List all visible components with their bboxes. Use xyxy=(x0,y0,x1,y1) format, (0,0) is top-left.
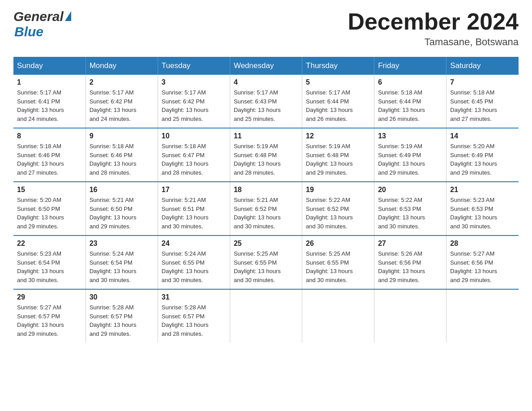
calendar-week-row: 8 Sunrise: 5:18 AM Sunset: 6:46 PM Dayli… xyxy=(13,128,519,182)
day-info: Sunrise: 5:18 AM Sunset: 6:45 PM Dayligh… xyxy=(450,88,515,123)
calendar-day-cell: 8 Sunrise: 5:18 AM Sunset: 6:46 PM Dayli… xyxy=(13,128,86,182)
page-header: General Blue December 2024 Tamasane, Bot… xyxy=(13,9,519,48)
day-info: Sunrise: 5:18 AM Sunset: 6:46 PM Dayligh… xyxy=(17,142,82,177)
calendar-day-cell: 21 Sunrise: 5:23 AM Sunset: 6:53 PM Dayl… xyxy=(446,182,519,235)
day-info: Sunrise: 5:27 AM Sunset: 6:56 PM Dayligh… xyxy=(450,249,515,284)
calendar-header-friday: Friday xyxy=(374,57,446,75)
day-number: 19 xyxy=(306,186,370,194)
calendar-day-cell xyxy=(230,289,302,342)
calendar-header-tuesday: Tuesday xyxy=(158,57,230,75)
day-info: Sunrise: 5:23 AM Sunset: 6:54 PM Dayligh… xyxy=(17,249,82,284)
day-info: Sunrise: 5:17 AM Sunset: 6:41 PM Dayligh… xyxy=(17,88,82,123)
day-number: 28 xyxy=(450,240,515,248)
day-info: Sunrise: 5:17 AM Sunset: 6:43 PM Dayligh… xyxy=(234,88,298,123)
day-number: 11 xyxy=(234,132,298,140)
day-number: 18 xyxy=(234,186,298,194)
day-info: Sunrise: 5:19 AM Sunset: 6:49 PM Dayligh… xyxy=(378,142,442,177)
day-number: 16 xyxy=(90,186,154,194)
logo-general-text: General xyxy=(13,9,64,24)
day-number: 24 xyxy=(162,240,226,248)
day-info: Sunrise: 5:24 AM Sunset: 6:54 PM Dayligh… xyxy=(90,249,154,284)
day-info: Sunrise: 5:22 AM Sunset: 6:52 PM Dayligh… xyxy=(306,196,370,231)
calendar-day-cell: 27 Sunrise: 5:26 AM Sunset: 6:56 PM Dayl… xyxy=(374,235,446,289)
day-number: 6 xyxy=(378,78,442,86)
calendar-day-cell: 10 Sunrise: 5:18 AM Sunset: 6:47 PM Dayl… xyxy=(158,128,230,182)
calendar-day-cell xyxy=(446,289,519,342)
calendar-day-cell: 6 Sunrise: 5:18 AM Sunset: 6:44 PM Dayli… xyxy=(374,75,446,128)
calendar-week-row: 29 Sunrise: 5:27 AM Sunset: 6:57 PM Dayl… xyxy=(13,289,519,342)
calendar-day-cell: 2 Sunrise: 5:17 AM Sunset: 6:42 PM Dayli… xyxy=(86,75,158,128)
calendar-day-cell: 31 Sunrise: 5:28 AM Sunset: 6:57 PM Dayl… xyxy=(158,289,230,342)
calendar-day-cell: 11 Sunrise: 5:19 AM Sunset: 6:48 PM Dayl… xyxy=(230,128,302,182)
day-number: 31 xyxy=(162,293,226,301)
day-info: Sunrise: 5:21 AM Sunset: 6:50 PM Dayligh… xyxy=(90,196,154,231)
day-info: Sunrise: 5:20 AM Sunset: 6:49 PM Dayligh… xyxy=(450,142,515,177)
day-info: Sunrise: 5:22 AM Sunset: 6:53 PM Dayligh… xyxy=(378,196,442,231)
calendar-day-cell: 7 Sunrise: 5:18 AM Sunset: 6:45 PM Dayli… xyxy=(446,75,519,128)
calendar-day-cell: 5 Sunrise: 5:17 AM Sunset: 6:44 PM Dayli… xyxy=(302,75,374,128)
calendar-day-cell: 22 Sunrise: 5:23 AM Sunset: 6:54 PM Dayl… xyxy=(13,235,86,289)
day-info: Sunrise: 5:18 AM Sunset: 6:47 PM Dayligh… xyxy=(162,142,226,177)
calendar-header-thursday: Thursday xyxy=(302,57,374,75)
day-info: Sunrise: 5:25 AM Sunset: 6:55 PM Dayligh… xyxy=(306,249,370,284)
calendar-day-cell: 25 Sunrise: 5:25 AM Sunset: 6:55 PM Dayl… xyxy=(230,235,302,289)
calendar-day-cell: 15 Sunrise: 5:20 AM Sunset: 6:50 PM Dayl… xyxy=(13,182,86,235)
day-number: 14 xyxy=(450,132,515,140)
day-number: 25 xyxy=(234,240,298,248)
day-number: 10 xyxy=(162,132,226,140)
calendar-day-cell: 30 Sunrise: 5:28 AM Sunset: 6:57 PM Dayl… xyxy=(86,289,158,342)
day-number: 20 xyxy=(378,186,442,194)
calendar-day-cell: 17 Sunrise: 5:21 AM Sunset: 6:51 PM Dayl… xyxy=(158,182,230,235)
calendar-day-cell xyxy=(374,289,446,342)
calendar-day-cell: 28 Sunrise: 5:27 AM Sunset: 6:56 PM Dayl… xyxy=(446,235,519,289)
location-subtitle: Tamasane, Botswana xyxy=(348,36,519,48)
day-number: 29 xyxy=(17,293,82,301)
month-title: December 2024 xyxy=(348,9,519,34)
title-section: December 2024 Tamasane, Botswana xyxy=(348,9,519,48)
calendar-day-cell: 4 Sunrise: 5:17 AM Sunset: 6:43 PM Dayli… xyxy=(230,75,302,128)
calendar-day-cell: 18 Sunrise: 5:21 AM Sunset: 6:52 PM Dayl… xyxy=(230,182,302,235)
calendar-day-cell: 19 Sunrise: 5:22 AM Sunset: 6:52 PM Dayl… xyxy=(302,182,374,235)
calendar-day-cell: 26 Sunrise: 5:25 AM Sunset: 6:55 PM Dayl… xyxy=(302,235,374,289)
day-number: 5 xyxy=(306,78,370,86)
day-info: Sunrise: 5:17 AM Sunset: 6:44 PM Dayligh… xyxy=(306,88,370,123)
calendar-table: SundayMondayTuesdayWednesdayThursdayFrid… xyxy=(13,57,519,342)
calendar-day-cell: 9 Sunrise: 5:18 AM Sunset: 6:46 PM Dayli… xyxy=(86,128,158,182)
day-info: Sunrise: 5:23 AM Sunset: 6:53 PM Dayligh… xyxy=(450,196,515,231)
day-number: 27 xyxy=(378,240,442,248)
calendar-day-cell: 20 Sunrise: 5:22 AM Sunset: 6:53 PM Dayl… xyxy=(374,182,446,235)
logo-triangle-icon xyxy=(65,11,71,21)
day-number: 17 xyxy=(162,186,226,194)
calendar-header-saturday: Saturday xyxy=(446,57,519,75)
calendar-day-cell: 13 Sunrise: 5:19 AM Sunset: 6:49 PM Dayl… xyxy=(374,128,446,182)
calendar-week-row: 15 Sunrise: 5:20 AM Sunset: 6:50 PM Dayl… xyxy=(13,182,519,235)
day-number: 21 xyxy=(450,186,515,194)
day-number: 8 xyxy=(17,132,82,140)
day-info: Sunrise: 5:19 AM Sunset: 6:48 PM Dayligh… xyxy=(306,142,370,177)
day-number: 3 xyxy=(162,78,226,86)
day-info: Sunrise: 5:21 AM Sunset: 6:51 PM Dayligh… xyxy=(162,196,226,231)
day-number: 7 xyxy=(450,78,515,86)
calendar-day-cell: 14 Sunrise: 5:20 AM Sunset: 6:49 PM Dayl… xyxy=(446,128,519,182)
calendar-day-cell: 3 Sunrise: 5:17 AM Sunset: 6:42 PM Dayli… xyxy=(158,75,230,128)
logo-blue-text: Blue xyxy=(14,24,43,39)
day-number: 13 xyxy=(378,132,442,140)
calendar-day-cell xyxy=(302,289,374,342)
day-number: 15 xyxy=(17,186,82,194)
day-info: Sunrise: 5:27 AM Sunset: 6:57 PM Dayligh… xyxy=(17,303,82,338)
day-info: Sunrise: 5:25 AM Sunset: 6:55 PM Dayligh… xyxy=(234,249,298,284)
day-info: Sunrise: 5:17 AM Sunset: 6:42 PM Dayligh… xyxy=(162,88,226,123)
calendar-header-sunday: Sunday xyxy=(13,57,86,75)
day-number: 4 xyxy=(234,78,298,86)
calendar-day-cell: 12 Sunrise: 5:19 AM Sunset: 6:48 PM Dayl… xyxy=(302,128,374,182)
calendar-day-cell: 1 Sunrise: 5:17 AM Sunset: 6:41 PM Dayli… xyxy=(13,75,86,128)
calendar-day-cell: 24 Sunrise: 5:24 AM Sunset: 6:55 PM Dayl… xyxy=(158,235,230,289)
calendar-header-row: SundayMondayTuesdayWednesdayThursdayFrid… xyxy=(13,57,519,75)
day-info: Sunrise: 5:21 AM Sunset: 6:52 PM Dayligh… xyxy=(234,196,298,231)
day-info: Sunrise: 5:19 AM Sunset: 6:48 PM Dayligh… xyxy=(234,142,298,177)
day-number: 2 xyxy=(90,78,154,86)
calendar-day-cell: 23 Sunrise: 5:24 AM Sunset: 6:54 PM Dayl… xyxy=(86,235,158,289)
day-info: Sunrise: 5:24 AM Sunset: 6:55 PM Dayligh… xyxy=(162,249,226,284)
day-number: 23 xyxy=(90,240,154,248)
calendar-week-row: 22 Sunrise: 5:23 AM Sunset: 6:54 PM Dayl… xyxy=(13,235,519,289)
